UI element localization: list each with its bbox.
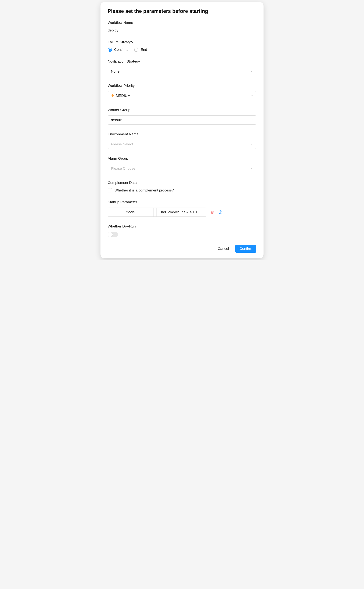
cancel-button[interactable]: Cancel xyxy=(216,245,230,252)
environment-name-label: Environment Name xyxy=(108,132,256,136)
notification-strategy-select[interactable]: None xyxy=(108,67,256,76)
workflow-priority-label: Workflow Priority xyxy=(108,84,256,88)
workflow-priority-select[interactable]: MEDIUM xyxy=(108,91,256,100)
start-parameters-modal: Please set the parameters before startin… xyxy=(100,2,264,258)
dry-run-switch[interactable] xyxy=(108,232,118,237)
failure-strategy-continue-radio[interactable]: Continue xyxy=(108,48,129,52)
startup-parameter-key-input[interactable] xyxy=(108,208,153,216)
complement-process-checkbox[interactable] xyxy=(108,188,112,192)
radio-icon xyxy=(108,48,112,52)
workflow-priority-group: Workflow Priority MEDIUM xyxy=(108,84,256,100)
complement-process-checkbox-label: Whether it is a complement process? xyxy=(115,188,174,192)
dry-run-group: Whether Dry-Run xyxy=(108,224,256,237)
notification-strategy-group: Notification Strategy None xyxy=(108,59,256,76)
chevron-down-icon xyxy=(250,143,253,146)
failure-strategy-end-radio[interactable]: End xyxy=(134,48,147,52)
select-value: MEDIUM xyxy=(116,94,130,98)
startup-parameter-value-input[interactable] xyxy=(156,208,206,216)
failure-strategy-label: Failure Strategy xyxy=(108,40,256,44)
environment-name-group: Environment Name Please Select xyxy=(108,132,256,149)
startup-parameter-group: Startup Parameter : xyxy=(108,200,256,217)
add-parameter-button[interactable] xyxy=(218,210,222,214)
select-value: default xyxy=(111,118,122,122)
radio-label: End xyxy=(141,48,147,52)
dry-run-label: Whether Dry-Run xyxy=(108,224,256,228)
select-placeholder: Please Choose xyxy=(111,166,135,171)
workflow-name-group: Workflow Name deploy xyxy=(108,21,256,32)
radio-icon xyxy=(134,48,138,52)
param-separator: : xyxy=(153,208,156,216)
worker-group-label: Worker Group xyxy=(108,108,256,112)
plus-circle-icon xyxy=(218,210,222,214)
worker-group-select[interactable]: default xyxy=(108,116,256,124)
arrow-up-icon xyxy=(111,94,114,97)
radio-label: Continue xyxy=(114,48,129,52)
failure-strategy-group: Failure Strategy Continue End xyxy=(108,40,256,52)
startup-parameter-box: : xyxy=(108,207,206,217)
trash-icon xyxy=(211,210,214,214)
environment-name-select[interactable]: Please Select xyxy=(108,140,256,149)
modal-title: Please set the parameters before startin… xyxy=(108,8,256,14)
switch-knob xyxy=(108,232,113,237)
alarm-group-label: Alarm Group xyxy=(108,156,256,161)
modal-footer: Cancel Confirm xyxy=(108,245,256,253)
select-placeholder: Please Select xyxy=(111,142,133,146)
chevron-down-icon xyxy=(250,119,253,121)
chevron-down-icon xyxy=(250,167,253,170)
startup-parameter-label: Startup Parameter xyxy=(108,200,256,204)
delete-parameter-button[interactable] xyxy=(210,210,214,214)
chevron-down-icon xyxy=(250,94,253,97)
chevron-down-icon xyxy=(250,70,253,73)
select-value: None xyxy=(111,69,119,74)
confirm-button[interactable]: Confirm xyxy=(235,245,256,253)
alarm-group-select[interactable]: Please Choose xyxy=(108,164,256,173)
alarm-group-group: Alarm Group Please Choose xyxy=(108,156,256,173)
complement-data-group: Complement Data Whether it is a compleme… xyxy=(108,181,256,192)
workflow-name-value: deploy xyxy=(108,28,256,32)
notification-strategy-label: Notification Strategy xyxy=(108,59,256,64)
workflow-name-label: Workflow Name xyxy=(108,21,256,25)
worker-group-group: Worker Group default xyxy=(108,108,256,124)
complement-data-label: Complement Data xyxy=(108,181,256,185)
startup-parameter-row: : xyxy=(108,207,256,217)
